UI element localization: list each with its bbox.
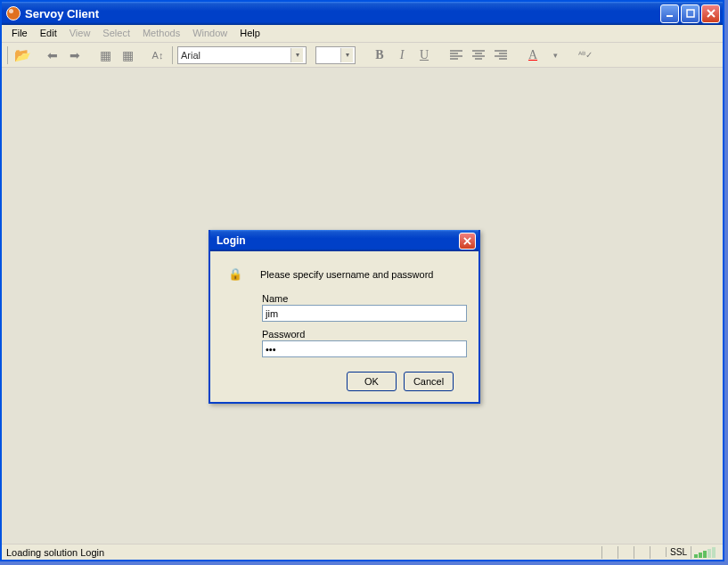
- status-cell: [618, 546, 634, 559]
- name-label: Name: [262, 293, 466, 304]
- dialog-prompt: Please specify username and password: [260, 269, 433, 280]
- status-cell: [601, 546, 618, 559]
- menu-window: Window: [186, 25, 233, 42]
- underline-icon[interactable]: U: [414, 45, 434, 65]
- italic-icon[interactable]: I: [392, 45, 412, 65]
- font-color-dropdown-icon[interactable]: ▾: [545, 45, 565, 65]
- menu-methods: Methods: [136, 25, 186, 42]
- minimize-button[interactable]: [660, 4, 679, 23]
- dialog-title: Login: [217, 234, 246, 247]
- status-cell: [634, 546, 650, 559]
- app-icon: [6, 6, 20, 20]
- cancel-button[interactable]: Cancel: [404, 372, 454, 391]
- close-button[interactable]: [701, 4, 720, 23]
- forward-icon[interactable]: ➡: [65, 45, 85, 65]
- font-name-select[interactable]: Arial ▾: [177, 46, 307, 64]
- name-input[interactable]: [262, 305, 467, 322]
- ok-button[interactable]: OK: [347, 372, 397, 391]
- menu-file[interactable]: File: [5, 25, 34, 42]
- back-icon[interactable]: ⬅: [43, 45, 62, 65]
- status-cell: [650, 546, 666, 559]
- open-icon[interactable]: 📂: [12, 45, 32, 65]
- window-title: Servoy Client: [25, 7, 660, 20]
- sort-icon[interactable]: A↕: [148, 45, 168, 65]
- login-dialog: Login 🔒 Please specify username and pass…: [209, 230, 480, 404]
- statusbar: Loading solution Login SSL: [2, 544, 723, 560]
- font-color-icon[interactable]: A: [523, 45, 543, 65]
- align-left-icon[interactable]: [446, 45, 466, 65]
- maximize-button[interactable]: [681, 4, 699, 23]
- dialog-close-button[interactable]: [459, 233, 476, 250]
- password-label: Password: [262, 329, 466, 340]
- menu-help[interactable]: Help: [233, 25, 266, 42]
- print-icon[interactable]: ▦: [95, 45, 115, 65]
- align-center-icon[interactable]: [469, 45, 488, 65]
- dialog-titlebar: Login: [210, 230, 479, 251]
- menu-view: View: [63, 25, 97, 42]
- align-right-icon[interactable]: [491, 45, 511, 65]
- menu-select: Select: [96, 25, 136, 42]
- font-name-value: Arial: [181, 50, 200, 61]
- menubar: File Edit View Select Methods Window Hel…: [2, 25, 723, 43]
- menu-edit[interactable]: Edit: [34, 25, 63, 42]
- bold-icon[interactable]: B: [370, 45, 389, 65]
- toolbar: 📂 ⬅ ➡ ▦ ▦ A↕ Arial ▾ ▾ B I U: [2, 43, 723, 68]
- lock-icon: 🔒: [228, 267, 242, 281]
- password-input[interactable]: [262, 340, 467, 357]
- status-text: Loading solution Login: [4, 547, 601, 558]
- main-window: Servoy Client File Edit View Select Meth…: [0, 0, 724, 561]
- svg-rect-0: [667, 15, 673, 17]
- spellcheck-icon[interactable]: ᴬᴮ✓: [576, 45, 595, 65]
- chevron-down-icon: ▾: [340, 48, 353, 62]
- chevron-down-icon: ▾: [290, 48, 303, 62]
- titlebar: Servoy Client: [2, 2, 723, 25]
- font-size-select[interactable]: ▾: [315, 46, 356, 64]
- print-preview-icon[interactable]: ▦: [118, 45, 137, 65]
- signal-bars-icon: [691, 546, 720, 559]
- status-ssl: SSL: [666, 547, 691, 557]
- svg-rect-1: [687, 10, 694, 17]
